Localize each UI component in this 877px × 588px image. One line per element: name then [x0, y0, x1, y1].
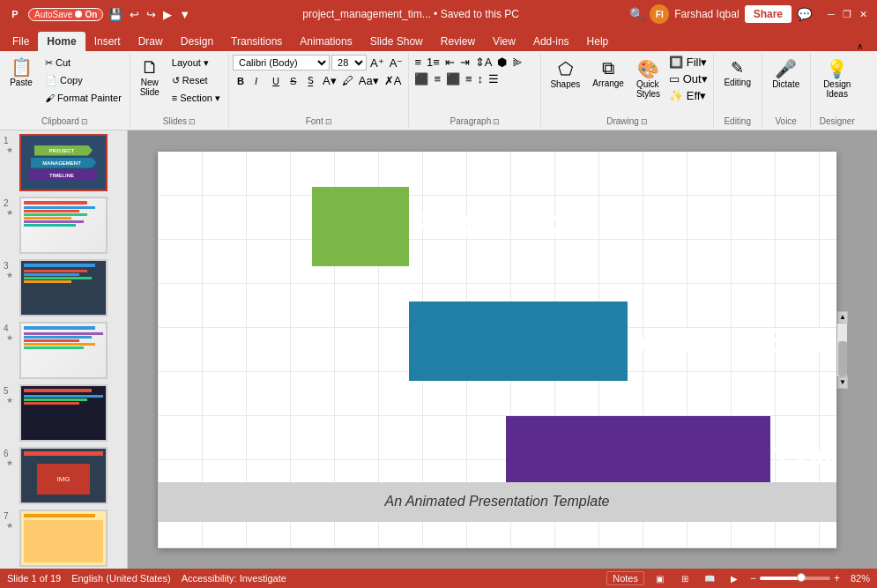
tab-transitions[interactable]: Transitions	[222, 32, 291, 51]
tab-home[interactable]: Home	[38, 32, 85, 51]
slide-thumb-3[interactable]: 3 ★	[4, 259, 123, 316]
slide-image-3[interactable]	[19, 259, 108, 316]
shape-fill-icon[interactable]: 🔲 Fill▾	[667, 55, 710, 70]
shadow-button[interactable]: S̲	[303, 72, 319, 89]
tab-animations[interactable]: Animations	[291, 32, 360, 51]
slide-sorter-button[interactable]: ⊞	[676, 571, 694, 585]
language-label[interactable]: English (United States)	[71, 573, 171, 584]
layout-button[interactable]: Layout ▾	[167, 55, 225, 71]
shape-outline-icon[interactable]: ▭ Out▾	[667, 71, 710, 86]
section-button[interactable]: ≡ Section ▾	[167, 90, 225, 107]
paragraph-expand-icon[interactable]: ⊡	[493, 117, 500, 126]
scroll-track[interactable]	[837, 324, 847, 376]
right-scrollbar[interactable]: ▲ ▼	[836, 311, 847, 389]
font-case-button[interactable]: Aa▾	[357, 73, 381, 88]
slide-panel[interactable]: 1 ★ PROJECT MANAGEMENT TIMELINE	[0, 130, 128, 569]
align-right-icon[interactable]: ⬛	[444, 71, 462, 86]
save-icon[interactable]: 💾	[107, 7, 124, 22]
undo-icon[interactable]: ↩	[128, 7, 141, 22]
tab-insert[interactable]: Insert	[85, 32, 130, 51]
restore-button[interactable]: ❐	[840, 7, 854, 21]
minimize-button[interactable]: ─	[824, 7, 838, 21]
bullets-button[interactable]: ≡	[412, 55, 423, 70]
dictate-button[interactable]: 🎤 Dictate	[767, 55, 805, 93]
decrease-indent-icon[interactable]: ⇤	[443, 55, 457, 70]
present-icon[interactable]: ▶	[161, 7, 174, 22]
quick-styles-button[interactable]: 🎨 QuickStyles	[631, 55, 665, 102]
font-expand-icon[interactable]: ⊡	[325, 117, 332, 126]
tab-draw[interactable]: Draw	[130, 32, 172, 51]
font-name-select[interactable]: Calibri (Body)	[233, 55, 330, 71]
normal-view-button[interactable]: ▣	[651, 571, 669, 585]
autosave-toggle[interactable]: AutoSave On	[28, 8, 103, 21]
reading-view-button[interactable]: 📖	[701, 571, 718, 585]
line-spacing-icon[interactable]: ↕	[476, 71, 486, 86]
columns-icon[interactable]: ⫸	[510, 55, 525, 70]
design-ideas-button[interactable]: 💡 DesignIdeas	[818, 55, 856, 102]
numbering-button[interactable]: 1≡	[425, 55, 442, 70]
bold-button[interactable]: B	[233, 73, 249, 89]
slideshow-button[interactable]: ▶	[725, 571, 743, 585]
slide-thumb-5[interactable]: 5 ★	[4, 384, 123, 442]
slide-image-4[interactable]	[19, 322, 108, 379]
tab-slideshow[interactable]: Slide Show	[361, 32, 432, 51]
font-color-button[interactable]: A▾	[321, 73, 338, 88]
tab-view[interactable]: View	[484, 32, 524, 51]
arrange-button[interactable]: ⧉ Arrange	[587, 55, 629, 92]
justify-icon[interactable]: ≡	[464, 71, 474, 86]
increase-indent-icon[interactable]: ⇥	[458, 55, 472, 70]
scroll-thumb[interactable]	[838, 341, 847, 376]
slide-image-6[interactable]: IMG	[19, 447, 108, 504]
zoom-bar[interactable]	[760, 577, 830, 580]
slide-image-7[interactable]	[19, 510, 108, 567]
drawing-expand-icon[interactable]: ⊡	[641, 117, 648, 126]
slide-thumb-2[interactable]: 2 ★	[4, 197, 123, 254]
slide-thumb-1[interactable]: 1 ★ PROJECT MANAGEMENT TIMELINE	[4, 134, 123, 191]
reset-button[interactable]: ↺ Reset	[167, 72, 225, 89]
tab-help[interactable]: Help	[578, 32, 618, 51]
tab-review[interactable]: Review	[432, 32, 484, 51]
paragraph-spacing-icon[interactable]: ☰	[487, 71, 501, 86]
clear-format-button[interactable]: ✗A	[383, 73, 404, 88]
align-left-icon[interactable]: ⬛	[412, 71, 430, 86]
slide-thumb-7[interactable]: 7 ★	[4, 510, 123, 567]
increase-font-icon[interactable]: A⁺	[368, 56, 386, 71]
collapse-ribbon-btn[interactable]: ∧	[857, 41, 877, 51]
accessibility-label[interactable]: Accessibility: Investigate	[182, 573, 286, 584]
slide-image-1[interactable]: PROJECT MANAGEMENT TIMELINE	[19, 134, 108, 191]
text-direction-icon[interactable]: ⇕A	[473, 55, 494, 70]
comments-icon[interactable]: 💬	[797, 7, 812, 21]
notes-button[interactable]: Notes	[606, 571, 644, 585]
slide-thumb-6[interactable]: 6 ★ IMG	[4, 447, 123, 504]
decrease-font-icon[interactable]: A⁻	[388, 56, 405, 71]
highlight-button[interactable]: 🖊	[340, 73, 355, 88]
align-center-icon[interactable]: ≡	[432, 71, 442, 86]
italic-button[interactable]: I	[250, 73, 266, 89]
copy-button[interactable]: 📄 Copy	[41, 72, 126, 89]
shapes-button[interactable]: ⬠ Shapes	[545, 55, 585, 93]
tab-file[interactable]: File	[4, 32, 38, 51]
tab-design[interactable]: Design	[172, 32, 222, 51]
slide-thumb-4[interactable]: 4 ★	[4, 322, 123, 379]
tab-addins[interactable]: Add-ins	[524, 32, 578, 51]
smart-art-icon[interactable]: ⬢	[495, 55, 509, 70]
shape-effects-icon[interactable]: ✨ Eff▾	[667, 88, 710, 103]
slide-canvas[interactable]: PROJECT MANAGEMENT TIMELINE An Animated …	[158, 152, 836, 548]
close-button[interactable]: ✕	[856, 7, 870, 21]
clipboard-expand-icon[interactable]: ⊡	[81, 117, 88, 126]
strikethrough-button[interactable]: S	[286, 73, 301, 89]
zoom-plus-button[interactable]: +	[834, 572, 840, 584]
slide-image-2[interactable]	[19, 197, 108, 254]
scroll-down-arrow[interactable]: ▼	[837, 376, 848, 389]
underline-button[interactable]: U	[268, 73, 284, 89]
zoom-minus-button[interactable]: −	[750, 572, 756, 584]
slide-image-5[interactable]	[19, 384, 108, 442]
search-icon[interactable]: 🔍	[629, 7, 644, 21]
zoom-level[interactable]: 82%	[844, 573, 870, 584]
new-slide-button[interactable]: 🗋 NewSlide	[134, 55, 166, 100]
scroll-up-arrow[interactable]: ▲	[837, 311, 848, 324]
editing-button[interactable]: ✎ Editing	[718, 55, 756, 91]
zoom-slider[interactable]: − + 82%	[750, 572, 870, 584]
redo-icon[interactable]: ↪	[145, 7, 158, 22]
customize-icon[interactable]: ▼	[177, 7, 192, 22]
